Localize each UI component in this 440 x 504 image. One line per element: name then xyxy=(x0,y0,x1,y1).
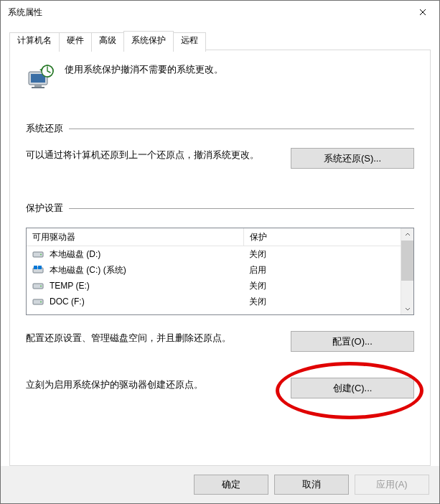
tab-remote[interactable]: 远程 xyxy=(173,32,206,52)
tab-advanced[interactable]: 高级 xyxy=(91,32,124,52)
create-desc: 立刻为启用系统保护的驱动器创建还原点。 xyxy=(26,378,278,392)
section-header-restore: 系统还原 xyxy=(26,122,414,135)
spacer xyxy=(26,179,414,202)
content-area: 计算机名 硬件 高级 系统保护 远程 xyxy=(1,24,439,466)
drive-row[interactable]: 本地磁盘 (D:) 关闭 xyxy=(27,246,401,262)
section-title: 保护设置 xyxy=(26,202,63,215)
button-label: 系统还原(S)... xyxy=(324,153,381,164)
drive-list[interactable]: 可用驱动器 保护 本地磁盘 (D:) 关闭 xyxy=(26,228,414,315)
drive-name: TEMP (E:) xyxy=(50,281,90,291)
button-label: 创建(C)... xyxy=(333,383,373,393)
close-button[interactable] xyxy=(406,1,439,24)
divider xyxy=(69,129,414,129)
restore-desc: 可以通过将计算机还原到上一个还原点，撤消系统更改。 xyxy=(26,148,278,162)
svg-rect-9 xyxy=(34,266,37,269)
spacer xyxy=(26,362,414,378)
section-header-settings: 保护设置 xyxy=(26,202,414,215)
system-properties-window: 系统属性 计算机名 硬件 高级 系统保护 远程 xyxy=(0,0,440,504)
scroll-down-button[interactable] xyxy=(401,302,413,314)
chevron-down-icon xyxy=(405,306,411,312)
tab-system-protection[interactable]: 系统保护 xyxy=(123,31,174,50)
drive-row[interactable]: 本地磁盘 (C:) (系统) 启用 xyxy=(27,262,401,278)
dialog-footer: 确定 取消 应用(A) xyxy=(1,466,439,503)
drive-protect: 启用 xyxy=(249,264,266,276)
ok-button[interactable]: 确定 xyxy=(194,475,268,495)
tab-panel-system-protection: 使用系统保护撤消不需要的系统更改。 系统还原 可以通过将计算机还原到上一个还原点… xyxy=(9,50,431,466)
drive-name: 本地磁盘 (D:) xyxy=(50,248,100,261)
hdd-icon xyxy=(32,248,44,260)
cancel-button[interactable]: 取消 xyxy=(274,475,349,495)
tab-strip: 计算机名 硬件 高级 系统保护 远程 xyxy=(9,31,431,50)
intro-text: 使用系统保护撤消不需要的系统更改。 xyxy=(65,63,223,76)
drive-protect: 关闭 xyxy=(249,296,266,308)
divider xyxy=(69,208,414,209)
windows-hdd-icon xyxy=(32,264,44,276)
scroll-thumb[interactable] xyxy=(401,241,413,281)
button-label: 配置(O)... xyxy=(332,336,373,347)
svg-rect-2 xyxy=(34,85,42,87)
tab-hardware[interactable]: 硬件 xyxy=(59,32,92,52)
apply-button[interactable]: 应用(A) xyxy=(355,475,429,495)
create-button[interactable]: 创建(C)... xyxy=(291,378,414,398)
tab-label: 远程 xyxy=(181,35,198,45)
column-header-protect[interactable]: 保护 xyxy=(244,228,401,246)
scroll-up-button[interactable] xyxy=(401,228,413,241)
titlebar: 系统属性 xyxy=(1,1,439,24)
chevron-up-icon xyxy=(405,232,411,238)
configure-row: 配置还原设置、管理磁盘空间，并且删除还原点。 配置(O)... xyxy=(26,331,414,352)
tab-computer-name[interactable]: 计算机名 xyxy=(9,32,60,52)
button-label: 取消 xyxy=(302,479,321,490)
system-protection-icon xyxy=(26,63,55,92)
drive-row[interactable]: DOC (F:) 关闭 xyxy=(27,294,401,309)
restore-row: 可以通过将计算机还原到上一个还原点，撤消系统更改。 系统还原(S)... xyxy=(26,148,414,169)
drive-protect: 关闭 xyxy=(249,280,266,292)
configure-button[interactable]: 配置(O)... xyxy=(291,331,414,352)
hdd-icon xyxy=(32,280,44,291)
drive-row[interactable]: TEMP (E:) 关闭 xyxy=(27,278,401,294)
drive-list-body: 本地磁盘 (D:) 关闭 本地磁盘 (C:) (系统) 启用 xyxy=(27,246,401,309)
drive-name: DOC (F:) xyxy=(50,297,85,307)
drive-name: 本地磁盘 (C:) (系统) xyxy=(50,264,126,276)
button-label: 应用(A) xyxy=(376,479,407,490)
svg-rect-10 xyxy=(38,266,42,269)
drive-list-columns: 可用驱动器 保护 本地磁盘 (D:) 关闭 xyxy=(27,228,401,314)
button-label: 确定 xyxy=(222,479,240,490)
window-title: 系统属性 xyxy=(8,6,406,19)
drive-protect: 关闭 xyxy=(249,248,266,261)
close-icon xyxy=(419,9,426,16)
create-row: 立刻为启用系统保护的驱动器创建还原点。 创建(C)... xyxy=(26,378,414,398)
tab-label: 计算机名 xyxy=(17,35,52,45)
column-header-drive[interactable]: 可用驱动器 xyxy=(27,228,244,246)
tab-label: 系统保护 xyxy=(131,35,166,45)
hdd-icon xyxy=(32,296,44,307)
scrollbar[interactable] xyxy=(401,228,413,314)
tab-label: 硬件 xyxy=(67,35,84,45)
svg-point-14 xyxy=(40,302,42,303)
system-restore-button[interactable]: 系统还原(S)... xyxy=(291,148,414,169)
intro-row: 使用系统保护撤消不需要的系统更改。 xyxy=(26,63,414,92)
svg-rect-3 xyxy=(32,87,45,88)
svg-point-7 xyxy=(40,254,42,256)
scroll-track[interactable] xyxy=(401,281,413,302)
configure-desc: 配置还原设置、管理磁盘空间，并且删除还原点。 xyxy=(26,331,278,345)
drive-list-header: 可用驱动器 保护 xyxy=(27,228,401,246)
svg-point-12 xyxy=(40,286,42,287)
section-title: 系统还原 xyxy=(26,122,63,135)
tab-label: 高级 xyxy=(99,35,116,45)
